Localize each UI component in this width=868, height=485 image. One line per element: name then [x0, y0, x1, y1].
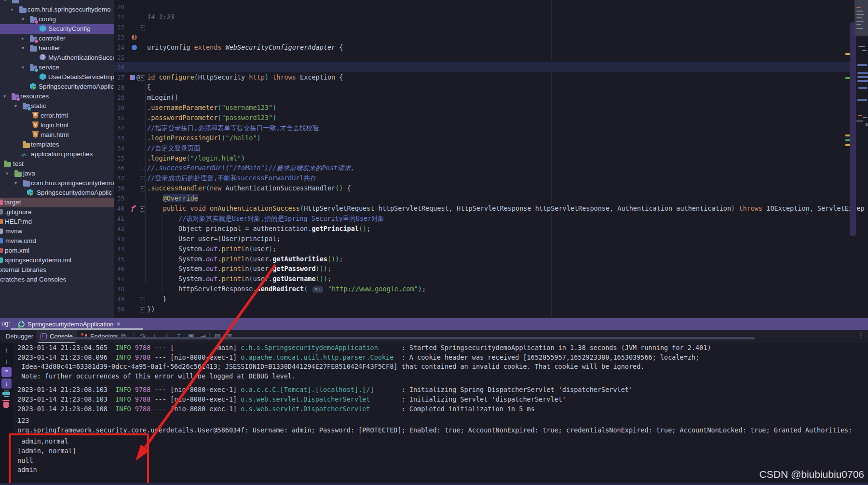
line-number[interactable]: 49: [114, 294, 130, 304]
step-out-icon[interactable]: ⇡: [174, 331, 184, 341]
editor-line[interactable]: 29mLogin(): [114, 93, 868, 103]
editor-line[interactable]: 49 }: [114, 294, 868, 304]
editor-line[interactable]: 34//自定义登录页面: [114, 143, 868, 153]
console-horizontal-scrollbar[interactable]: [55, 337, 755, 339]
chevron-down-icon[interactable]: ▾: [22, 14, 24, 24]
fold-marker-icon[interactable]: [140, 75, 145, 81]
step-into-icon[interactable]: ⇣: [162, 331, 172, 341]
editor-line[interactable]: 45 System.out.println(user.getAuthoritie…: [114, 254, 868, 264]
editor-line[interactable]: 37//登录成功后的处理器,不能和successForwardUrl共存: [114, 173, 868, 183]
soft-wrap-icon[interactable]: ≡: [1, 367, 12, 377]
chevron-down-icon[interactable]: ▾: [22, 43, 24, 53]
editor-line[interactable]: 25: [114, 53, 868, 63]
line-number[interactable]: 34: [114, 143, 130, 153]
tree-item-com-hrui-springsecuritydemo[interactable]: ▾com.hrui.springsecuritydemo: [0, 5, 114, 14]
console-view-icon[interactable]: ▤: [213, 331, 222, 341]
tree-item-com-hrui-springsecuritydemo[interactable]: ▾com.hrui.springsecuritydemo: [0, 178, 114, 188]
close-icon[interactable]: ×: [116, 320, 120, 328]
line-number[interactable]: 30: [114, 103, 130, 113]
chevron-down-icon[interactable]: ▾: [22, 63, 24, 72]
bean-gutter-icon[interactable]: [130, 34, 146, 41]
tree-item-springsecuritydemo-iml[interactable]: springsecuritydemo.iml: [0, 256, 114, 265]
tree-item-static[interactable]: ▾static: [0, 101, 114, 111]
chevron-down-icon[interactable]: ▾: [14, 101, 17, 111]
editor-line[interactable]: 39 @Override: [114, 193, 868, 203]
tree-item-myauthenticationsucces[interactable]: JMyAuthenticationSucces: [0, 53, 114, 63]
chevron-down-icon[interactable]: ▾: [14, 178, 17, 188]
line-number[interactable]: 38: [114, 183, 130, 193]
editor-line[interactable]: 35.loginPage("/login.html"): [114, 153, 868, 163]
editor-line[interactable]: 41 //该对象其实就是User对象,指的是Spring Security里的U…: [114, 214, 868, 224]
line-number[interactable]: 50: [114, 304, 130, 314]
line-number[interactable]: 25: [114, 53, 130, 63]
tree-item-target[interactable]: target: [0, 198, 114, 207]
editor-line[interactable]: 43 User user=(User)principal;: [114, 234, 868, 244]
editor-line[interactable]: 33.loginProcessingUrl("/hello"): [114, 133, 868, 143]
line-number[interactable]: 41: [114, 214, 130, 224]
line-number[interactable]: 47: [114, 274, 130, 284]
more-options-icon[interactable]: ⋮: [857, 331, 865, 340]
tree-item-handler[interactable]: ▾handler: [0, 43, 114, 53]
run-to-cursor-icon[interactable]: ⇥: [198, 331, 208, 341]
scroll-up-icon[interactable]: ↑: [1, 345, 12, 355]
view-breakpoints-icon[interactable]: ▣: [186, 331, 196, 341]
tree-item-main-html[interactable]: 5main.html: [0, 130, 114, 140]
tree-item-templates[interactable]: templates: [0, 140, 114, 149]
editor-line[interactable]: 24urityConfig extends WebSecurityConfigu…: [114, 42, 868, 53]
rerun-icon[interactable]: ↷: [138, 331, 148, 341]
fold-marker-icon[interactable]: [140, 307, 145, 312]
line-number[interactable]: 39: [114, 193, 130, 203]
line-number[interactable]: 33: [114, 133, 130, 143]
editor-line[interactable]: 32//指定登录接口,必须和表单等提交接口一致,才会去找校验: [114, 123, 868, 133]
fold-marker-icon[interactable]: [140, 186, 145, 191]
fold-marker-icon[interactable]: [140, 206, 145, 212]
line-number[interactable]: 23: [114, 32, 130, 42]
line-number[interactable]: 26: [114, 62, 130, 72]
tree-item-resources[interactable]: ▾resources: [0, 92, 114, 101]
layout-settings-icon[interactable]: ≣: [225, 331, 234, 341]
chevron-down-icon[interactable]: ▾: [4, 0, 6, 5]
line-number[interactable]: 40: [114, 203, 130, 214]
chevron-down-icon[interactable]: ▾: [3, 92, 6, 101]
scroll-to-end-icon[interactable]: ↓: [1, 378, 12, 389]
line-number[interactable]: 35: [114, 153, 130, 163]
line-number[interactable]: 21: [114, 12, 130, 22]
line-number[interactable]: 44: [114, 244, 130, 254]
print-icon[interactable]: [2, 391, 10, 397]
tab-endpoints[interactable]: Endpoints: [77, 330, 122, 343]
fold-marker-icon[interactable]: [140, 25, 145, 30]
tree-item-config[interactable]: ▾config: [0, 14, 114, 24]
step-over-icon[interactable]: ⇣: [150, 331, 160, 341]
implemented-gutter-icon[interactable]: [130, 44, 146, 51]
editor-line[interactable]: 23: [114, 32, 868, 42]
editor-line[interactable]: 31.passwordParameter("password123"): [114, 113, 868, 123]
line-number[interactable]: 48: [114, 284, 130, 294]
tree-item-login-html[interactable]: 5login.html: [0, 121, 114, 130]
tab-console[interactable]: Console: [37, 330, 77, 343]
editor-line[interactable]: 2114 1:23: [114, 12, 868, 22]
line-number[interactable]: 28: [114, 82, 130, 93]
tree-item-test[interactable]: test: [0, 159, 114, 169]
editor-line[interactable]: 22: [114, 22, 868, 32]
tree-item-springsecuritydemoapplica[interactable]: SpringsecuritydemoApplica: [0, 82, 114, 92]
editor-line[interactable]: 26: [114, 62, 868, 72]
editor-line[interactable]: 46 System.out.println(user.getPassword()…: [114, 264, 868, 274]
tree-item-mvnw-cmd[interactable]: mvnw.cmd: [0, 236, 114, 246]
line-number[interactable]: 45: [114, 254, 130, 264]
fold-marker-icon[interactable]: [140, 297, 145, 302]
line-number[interactable]: 20: [114, 2, 130, 12]
tree-item-cratches-and-consoles[interactable]: cratches and Consoles: [0, 275, 114, 284]
clear-console-icon[interactable]: [3, 402, 9, 408]
line-number[interactable]: 22: [114, 22, 130, 32]
restore-layout-icon[interactable]: ⧉: [119, 331, 128, 341]
scroll-down-icon[interactable]: ↓: [1, 356, 12, 366]
tree-item-userdetailsserviceimpl[interactable]: UserDetailsServiceImpl: [0, 72, 114, 82]
tree-item-mvnw[interactable]: mvnw: [0, 227, 114, 236]
editor-line[interactable]: 50}): [114, 304, 868, 314]
line-number[interactable]: 27: [114, 72, 130, 82]
tree-item-java[interactable]: ▾java: [0, 169, 114, 178]
line-number[interactable]: 29: [114, 93, 130, 103]
editor-line[interactable]: 27@id configure(HttpSecurity http) throw…: [114, 72, 868, 82]
tree-item-springsecuritydemoapplic[interactable]: SpringsecuritydemoApplic: [0, 188, 114, 198]
tree-item[interactable]: ▾: [0, 0, 114, 5]
